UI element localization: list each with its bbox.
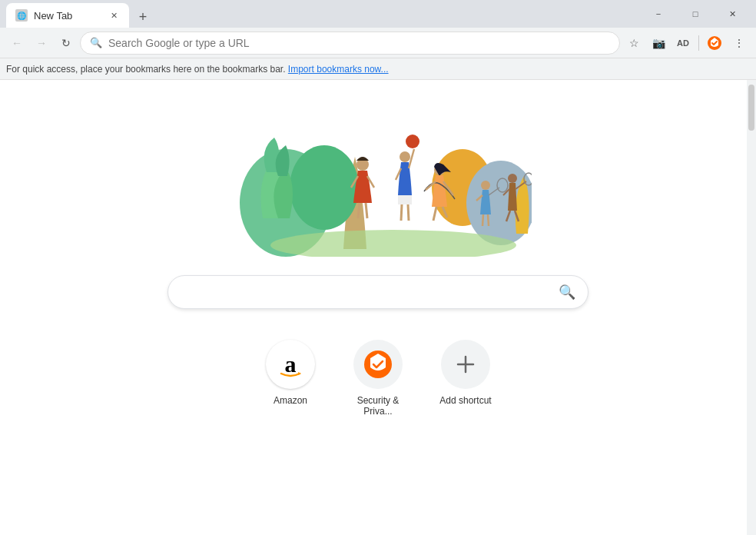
toolbar-right: ☆ 📷 AD ⋮ bbox=[623, 32, 750, 54]
main-search-bar[interactable]: 🔍 bbox=[167, 275, 589, 309]
svg-line-7 bbox=[358, 203, 360, 218]
minimize-button[interactable]: − bbox=[641, 2, 676, 26]
content-inner: 🔍 a Amazon bbox=[0, 80, 756, 417]
tab-title: New Tab bbox=[34, 10, 72, 22]
amazon-shortcut-icon: a bbox=[266, 340, 315, 389]
svg-line-24 bbox=[482, 214, 483, 226]
back-button[interactable]: ← bbox=[6, 32, 28, 54]
svg-line-19 bbox=[433, 207, 436, 221]
avast-icon bbox=[707, 35, 722, 51]
toolbar-divider bbox=[698, 35, 699, 51]
doodle-illustration bbox=[224, 111, 532, 257]
svg-line-25 bbox=[488, 214, 489, 226]
shortcuts-row: a Amazon Security & Priva... bbox=[256, 340, 500, 417]
svg-point-29 bbox=[508, 174, 517, 183]
add-shortcut[interactable]: Add shortcut bbox=[431, 340, 500, 417]
active-tab[interactable]: 🌐 New Tab ✕ bbox=[6, 3, 129, 28]
svg-text:a: a bbox=[285, 351, 297, 377]
svg-point-2 bbox=[290, 145, 359, 230]
scrollbar-thumb[interactable] bbox=[748, 85, 754, 131]
amazon-shortcut[interactable]: a Amazon bbox=[256, 340, 325, 417]
security-shortcut-icon bbox=[353, 340, 403, 389]
tab-close-button[interactable]: ✕ bbox=[108, 9, 120, 22]
new-tab-button[interactable]: + bbox=[132, 6, 154, 28]
ad-button[interactable]: AD bbox=[672, 32, 694, 54]
forward-button[interactable]: → bbox=[31, 32, 52, 54]
refresh-button[interactable]: ↻ bbox=[55, 32, 77, 54]
bookmarks-bar: For quick access, place your bookmarks h… bbox=[0, 58, 756, 80]
close-button[interactable]: ✕ bbox=[715, 2, 750, 26]
avast-extension-button[interactable] bbox=[704, 32, 725, 54]
bookmarks-bar-message: For quick access, place your bookmarks h… bbox=[6, 64, 286, 75]
amazon-shortcut-label: Amazon bbox=[274, 395, 307, 406]
add-shortcut-label: Add shortcut bbox=[439, 395, 491, 406]
svg-point-11 bbox=[406, 135, 419, 148]
main-content: 🔍 a Amazon bbox=[0, 80, 756, 535]
address-search-icon: 🔍 bbox=[90, 37, 102, 48]
doodle-svg bbox=[224, 111, 532, 257]
tab-favicon: 🌐 bbox=[15, 9, 28, 22]
scrollbar[interactable] bbox=[747, 80, 756, 535]
main-search-input[interactable] bbox=[181, 285, 559, 299]
tab-strip: 🌐 New Tab ✕ + bbox=[6, 0, 632, 28]
maximize-button[interactable]: □ bbox=[678, 2, 713, 26]
svg-rect-13 bbox=[398, 195, 412, 204]
svg-line-14 bbox=[401, 204, 402, 221]
address-bar[interactable]: 🔍 bbox=[80, 32, 620, 55]
toolbar: ← → ↻ 🔍 ☆ 📷 AD ⋮ bbox=[0, 28, 756, 58]
main-search-icon: 🔍 bbox=[559, 284, 575, 301]
address-input[interactable] bbox=[108, 37, 610, 49]
window-controls: − □ ✕ bbox=[641, 2, 750, 26]
menu-button[interactable]: ⋮ bbox=[728, 32, 750, 54]
add-shortcut-icon bbox=[441, 340, 490, 389]
svg-point-23 bbox=[481, 181, 490, 190]
media-button[interactable]: 📷 bbox=[648, 32, 669, 54]
title-bar: 🌐 New Tab ✕ + − □ ✕ bbox=[0, 0, 756, 28]
security-shortcut-label: Security & Priva... bbox=[343, 395, 413, 417]
svg-point-12 bbox=[400, 151, 410, 162]
bookmark-star-button[interactable]: ☆ bbox=[623, 32, 645, 54]
import-bookmarks-link[interactable]: Import bookmarks now... bbox=[288, 64, 389, 75]
security-shortcut[interactable]: Security & Priva... bbox=[343, 340, 413, 417]
svg-line-8 bbox=[366, 203, 367, 218]
svg-line-15 bbox=[408, 204, 409, 221]
